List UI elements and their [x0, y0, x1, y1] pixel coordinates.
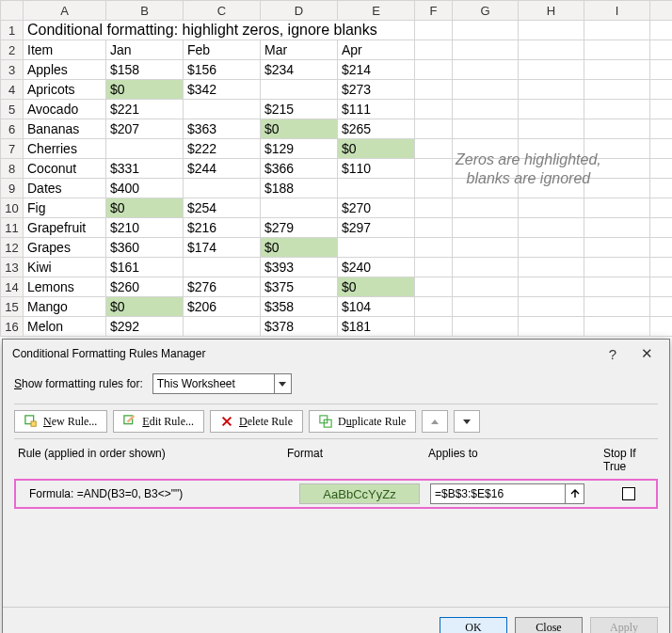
cell[interactable] [415, 60, 453, 80]
cell-item[interactable]: Apricots [24, 80, 106, 100]
row-header[interactable]: 12 [1, 238, 24, 258]
cell[interactable] [453, 258, 519, 277]
row-header[interactable]: 13 [1, 258, 24, 277]
show-rules-for-combo[interactable]: This Worksheet [152, 373, 292, 394]
cell-item[interactable]: Melon [24, 317, 106, 337]
cell[interactable] [519, 60, 584, 80]
row-header[interactable]: 8 [1, 159, 24, 179]
cell[interactable] [584, 139, 650, 159]
cell[interactable] [415, 218, 453, 238]
cell[interactable] [650, 60, 673, 80]
cell-item[interactable]: Coconut [24, 159, 106, 179]
cell-value[interactable]: $240 [338, 258, 415, 277]
row-header[interactable]: 10 [1, 198, 24, 218]
rule-row[interactable]: Formula: =AND(B3=0, B3<>"") AaBbCcYyZz =… [14, 479, 658, 509]
move-up-button[interactable] [422, 410, 448, 433]
cell[interactable] [453, 119, 519, 139]
cell[interactable] [453, 179, 519, 198]
cell-col-header[interactable]: Feb [184, 40, 261, 60]
page-title[interactable]: Conditional formatting: highlight zeros,… [24, 21, 415, 40]
cell[interactable] [584, 100, 650, 119]
cell[interactable] [453, 40, 519, 60]
cell-value[interactable]: $279 [261, 218, 338, 238]
cell[interactable] [584, 21, 650, 40]
cell[interactable] [453, 277, 519, 297]
edit-rule-button[interactable]: Edit Rule... [113, 410, 204, 433]
cell-value[interactable]: $292 [106, 317, 184, 337]
cell[interactable] [415, 258, 453, 277]
cell[interactable] [584, 297, 650, 317]
cell-value[interactable]: $0 [106, 80, 184, 100]
cell-value[interactable] [338, 179, 415, 198]
cell-value[interactable]: $358 [261, 297, 338, 317]
col-header[interactable]: B [106, 1, 184, 21]
row-header[interactable]: 6 [1, 119, 24, 139]
cell-value[interactable]: $0 [338, 139, 415, 159]
cell-value[interactable]: $158 [106, 60, 184, 80]
cell-value[interactable]: $221 [106, 100, 184, 119]
cell[interactable] [519, 218, 584, 238]
cell[interactable] [650, 277, 673, 297]
cell-item[interactable]: Avocado [24, 100, 106, 119]
row-header[interactable]: 14 [1, 277, 24, 297]
cell[interactable] [415, 297, 453, 317]
cell-value[interactable]: $174 [184, 238, 261, 258]
cell-value[interactable] [338, 238, 415, 258]
cell[interactable] [584, 119, 650, 139]
cell-value[interactable]: $378 [261, 317, 338, 337]
duplicate-rule-button[interactable]: Duplicate Rule [309, 410, 416, 433]
cell[interactable] [453, 317, 519, 337]
cell[interactable] [584, 80, 650, 100]
cell-value[interactable]: $360 [106, 238, 184, 258]
cell[interactable] [584, 218, 650, 238]
cell-item[interactable]: Bananas [24, 119, 106, 139]
cell-value[interactable]: $276 [184, 277, 261, 297]
cell[interactable] [453, 80, 519, 100]
cell[interactable] [650, 297, 673, 317]
cell-col-header[interactable]: Item [24, 40, 106, 60]
cell-value[interactable]: $206 [184, 297, 261, 317]
cell[interactable] [415, 317, 453, 337]
col-header[interactable]: G [453, 1, 519, 21]
cell-col-header[interactable]: Mar [261, 40, 338, 60]
delete-rule-button[interactable]: Delete Rule [210, 410, 303, 433]
cell[interactable] [519, 159, 584, 179]
cell[interactable] [650, 317, 673, 337]
cell[interactable] [415, 139, 453, 159]
cell[interactable] [453, 60, 519, 80]
cell-item[interactable]: Lemons [24, 277, 106, 297]
cell[interactable] [453, 159, 519, 179]
range-picker-icon[interactable] [565, 484, 584, 503]
cell-value[interactable]: $363 [184, 119, 261, 139]
close-icon[interactable]: ✕ [630, 343, 664, 364]
cell[interactable] [415, 80, 453, 100]
cell[interactable] [650, 80, 673, 100]
cell-value[interactable]: $244 [184, 159, 261, 179]
cell[interactable] [519, 100, 584, 119]
col-header[interactable]: J [650, 1, 673, 21]
cell-value[interactable]: $297 [338, 218, 415, 238]
cell[interactable] [415, 277, 453, 297]
cell[interactable] [584, 159, 650, 179]
cell-value[interactable]: $111 [338, 100, 415, 119]
cell[interactable] [415, 40, 453, 60]
cell[interactable] [415, 21, 453, 40]
cell[interactable] [650, 198, 673, 218]
cell[interactable] [584, 277, 650, 297]
cell-value[interactable]: $265 [338, 119, 415, 139]
cell[interactable] [453, 218, 519, 238]
cell-value[interactable]: $400 [106, 179, 184, 198]
cell[interactable] [650, 21, 673, 40]
cell-value[interactable] [184, 258, 261, 277]
cell-value[interactable]: $181 [338, 317, 415, 337]
cell-value[interactable] [261, 80, 338, 100]
cell[interactable] [453, 297, 519, 317]
cell-value[interactable] [106, 139, 184, 159]
col-header[interactable]: D [261, 1, 338, 21]
col-header[interactable]: A [24, 1, 106, 21]
move-down-button[interactable] [454, 410, 480, 433]
cell-value[interactable] [184, 317, 261, 337]
cell-value[interactable]: $273 [338, 80, 415, 100]
cell[interactable] [519, 297, 584, 317]
cell-value[interactable]: $254 [184, 198, 261, 218]
